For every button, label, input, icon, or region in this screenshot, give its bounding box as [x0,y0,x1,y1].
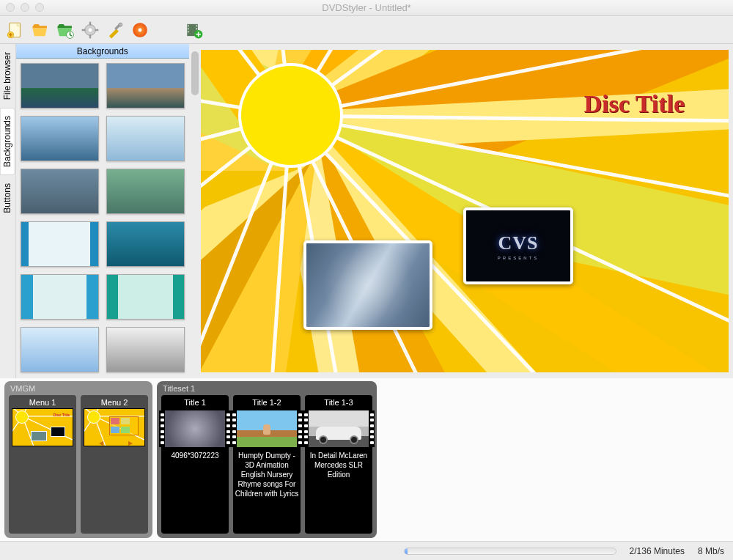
svg-rect-20 [196,28,197,29]
title-card-2[interactable]: Title 1-2 Humpty Dumpty - 3D Animation E… [233,395,301,534]
background-thumb[interactable] [21,327,99,372]
open-folder-button[interactable] [29,19,51,41]
settings-gear-button[interactable] [79,19,101,41]
svg-rect-19 [196,25,197,26]
title-card-3-preview [308,410,369,448]
menu-thumb-2[interactable]: CVS PRESENTS [463,207,573,284]
titleset-label: Titleset 1 [161,384,372,395]
timeline-strip: VMGM Menu 1 Disc Title Menu 2 [0,378,733,541]
svg-rect-18 [188,31,189,32]
background-thumb[interactable] [106,63,185,108]
menu-card-2[interactable]: Menu 2 ◀ ▶ [81,395,148,534]
browser-scrollbar[interactable] [189,44,201,378]
sun-shape [241,66,340,165]
svg-point-14 [139,28,142,32]
window-controls[interactable] [6,3,44,12]
vmgm-label: VMGM [9,384,148,395]
side-tab-strip: File browser Backgrounds Buttons [0,44,16,378]
background-thumb[interactable] [21,221,99,267]
menu-card-1-label: Menu 1 [29,398,56,407]
progress-fill [405,548,408,554]
save-button[interactable] [54,19,76,41]
burn-disc-button[interactable] [129,19,151,41]
status-minutes: 2/136 Minutes [630,546,685,556]
title-card-3-label: Title 1-3 [324,398,353,407]
menu-thumb-1[interactable] [303,240,432,330]
background-thumb[interactable] [106,221,185,267]
tools-button[interactable] [104,19,126,41]
new-file-button[interactable] [4,19,26,41]
menu-card-2-preview: ◀ ▶ [84,408,145,446]
add-clip-button[interactable] [183,19,205,41]
tab-backgrounds[interactable]: Backgrounds [0,108,15,175]
browser-header: Backgrounds [16,44,189,59]
menu-card-1-preview: Disc Title [12,408,73,446]
title-card-1-preview [164,410,226,448]
window-titlebar: DVDStyler - Untitled* [0,0,733,16]
svg-rect-17 [188,28,189,29]
window-title: DVDStyler - Untitled* [322,2,410,13]
backgrounds-browser: Backgrounds [16,44,189,378]
title-card-2-label: Title 1-2 [252,398,281,407]
disc-usage-progress [404,548,616,555]
title-card-1-caption: 4096*3072223 [169,448,220,463]
scrollbar-thumb[interactable] [191,51,199,95]
background-thumb[interactable] [21,63,99,108]
background-thumb[interactable] [106,169,185,214]
title-card-3[interactable]: Title 1-3 In Detail McLaren Mercedes SLR… [305,395,372,534]
svg-point-5 [89,28,92,32]
background-thumb[interactable] [21,169,99,214]
title-card-2-preview [236,410,298,448]
main-toolbar [0,16,733,44]
svg-rect-16 [188,25,189,26]
tab-file-browser[interactable]: File browser [0,44,15,108]
svg-point-11 [119,23,122,26]
menu-canvas[interactable]: Disc Title CVS PRESENTS [201,50,729,372]
zoom-icon[interactable] [35,3,44,12]
close-icon[interactable] [6,3,15,12]
status-bar: 2/136 Minutes 8 Mb/s [0,541,733,560]
vmgm-group[interactable]: VMGM Menu 1 Disc Title Menu 2 [4,381,152,538]
cvs-logo-text: CVS [498,232,538,254]
title-card-1-label: Title 1 [184,398,206,407]
background-thumb[interactable] [106,327,185,372]
minimize-icon[interactable] [21,3,29,12]
title-card-2-caption: Humpty Dumpty - 3D Animation English Nur… [233,448,301,501]
titleset-group[interactable]: Titleset 1 Title 1 4096*3072223 Title 1-… [157,381,377,538]
title-card-3-caption: In Detail McLaren Mercedes SLR Edition [305,448,372,482]
title-card-1[interactable]: Title 1 4096*3072223 [161,395,229,534]
background-thumb[interactable] [106,116,185,161]
background-thumb[interactable] [106,274,185,320]
tab-buttons[interactable]: Buttons [0,175,15,221]
background-thumbnails [16,59,189,378]
background-thumb[interactable] [21,116,99,161]
menu-card-1[interactable]: Menu 1 Disc Title [9,395,76,534]
menu-card-2-label: Menu 2 [101,398,128,407]
background-thumb[interactable] [21,274,99,320]
disc-title-text[interactable]: Disc Title [583,90,685,118]
cvs-subtitle: PRESENTS [498,256,539,260]
status-bitrate: 8 Mb/s [698,546,724,556]
